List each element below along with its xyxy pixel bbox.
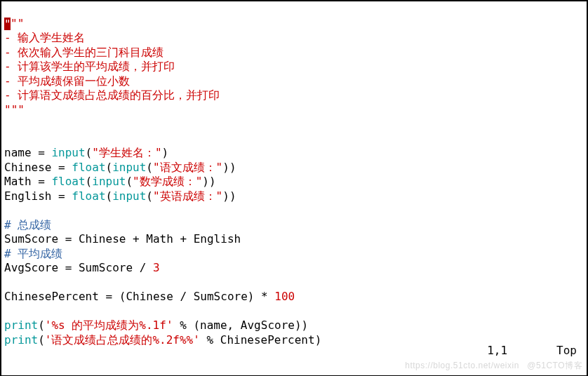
comment-avg: # 平均成绩 — [4, 247, 62, 260]
vim-status-bar: 1,1Top — [460, 330, 581, 373]
docstring-close: """ — [4, 103, 25, 116]
string-literal: '%s 的平均成绩为%.1f' — [45, 318, 173, 332]
number-literal: 3 — [153, 261, 160, 274]
doc-line: - 依次输入学生的三门科目成绩 — [4, 46, 163, 59]
doc-line: - 平均成绩保留一位小数 — [4, 74, 130, 88]
text-cursor: " — [4, 18, 11, 30]
comment-sum: # 总成绩 — [4, 218, 51, 231]
var-math: Math — [4, 175, 32, 188]
string-literal: "英语成绩：" — [153, 189, 222, 203]
sum-line: SumScore = Chinese + Math + English — [4, 232, 241, 246]
builtin-input: input — [112, 161, 146, 174]
doc-line: - 输入学生姓名 — [4, 31, 85, 44]
lparen: ( — [86, 146, 93, 159]
eq: = — [51, 189, 72, 203]
rparen: ) — [162, 146, 169, 159]
number-literal: 100 — [274, 290, 295, 303]
rparen: ) — [209, 175, 216, 188]
vim-editor[interactable]: """ - 输入学生姓名 - 依次输入学生的三门科目成绩 - 计算该学生的平均成… — [0, 0, 588, 376]
lparen: ( — [126, 175, 133, 188]
rparen: ) — [202, 175, 209, 188]
string-literal: "学生姓名：" — [92, 146, 161, 159]
cursor-position: 1,1 — [487, 344, 507, 358]
string-literal: "语文成绩：" — [153, 161, 222, 174]
var-chinese: Chinese — [4, 161, 51, 174]
print-rest: % ChinesePercent) — [200, 333, 321, 347]
rparen: ) — [229, 189, 236, 203]
rparen: ) — [222, 189, 229, 203]
lparen: ( — [146, 189, 153, 203]
lparen: ( — [106, 161, 113, 174]
builtin-input: input — [112, 189, 146, 203]
lparen: ( — [38, 318, 45, 332]
lparen: ( — [86, 175, 93, 188]
builtin-input: input — [92, 175, 126, 188]
rparen: ) — [222, 161, 229, 174]
builtin-print: print — [4, 318, 38, 332]
string-literal: "数学成绩：" — [133, 175, 202, 188]
rparen: ) — [229, 161, 236, 174]
var-name: name — [4, 146, 32, 159]
lparen: ( — [146, 161, 153, 174]
lparen: ( — [106, 189, 113, 203]
var-english: English — [4, 189, 51, 203]
eq: = — [51, 161, 72, 174]
scroll-indicator: Top — [556, 344, 577, 358]
lparen: ( — [38, 333, 45, 347]
print-rest: % (name, AvgScore)) — [173, 318, 309, 332]
eq: = — [32, 175, 52, 188]
string-literal: '语文成绩占总成绩的%.2f%%' — [45, 333, 200, 347]
docstring-open: "" — [11, 17, 24, 30]
builtin-float: float — [72, 161, 105, 174]
builtin-print: print — [4, 333, 38, 347]
doc-line: - 计算语文成绩占总成绩的百分比，并打印 — [4, 88, 220, 102]
builtin-float: float — [51, 175, 85, 188]
eq: = — [32, 146, 52, 159]
pct-line: ChinesePercent = (Chinese / SumScore) * — [4, 290, 274, 303]
doc-line: - 计算该学生的平均成绩，并打印 — [4, 60, 175, 73]
builtin-input: input — [51, 146, 85, 159]
builtin-float: float — [72, 189, 105, 203]
avg-left: AvgScore = SumScore / — [4, 261, 153, 274]
